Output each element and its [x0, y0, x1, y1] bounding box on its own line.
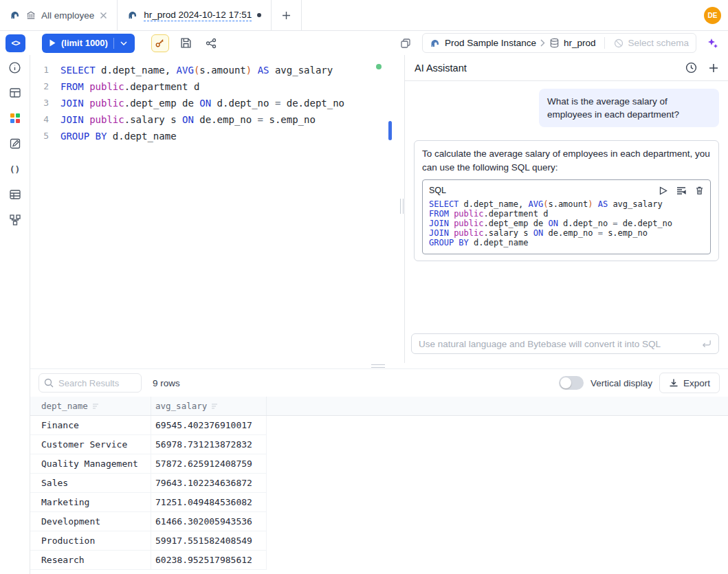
ai-chat-area: What is the average salary of employees …	[405, 81, 728, 363]
cell-avg-salary: 60238.952517985612	[151, 551, 267, 569]
unsaved-indicator	[257, 13, 261, 17]
results-rows: Finance69545.402376910017Customer Servic…	[30, 416, 728, 570]
history-clock-icon[interactable]	[685, 62, 697, 74]
insert-code-icon[interactable]	[676, 186, 686, 195]
column-header-avg-salary[interactable]: avg_salary	[151, 397, 267, 415]
download-icon	[669, 378, 679, 388]
database-name: hr_prod	[564, 38, 596, 48]
cell-dept-name: Quality Management	[30, 454, 151, 473]
vertical-splitter[interactable]	[399, 55, 404, 363]
table-row[interactable]: Marketing71251.049484536082	[30, 493, 267, 512]
line-number: 2	[30, 78, 60, 95]
ai-prompt-input[interactable]	[419, 339, 701, 349]
connection-selector[interactable]: Prod Sample Instance hr_prod Select sche…	[422, 33, 696, 53]
cell-avg-salary: 56978.731213872832	[151, 435, 267, 454]
tab-bar: All employee hr_prod 2024-10-12 17:51 DE	[0, 0, 728, 31]
search-results-input[interactable]	[38, 373, 142, 393]
table-row[interactable]: Production59917.551582408549	[30, 531, 267, 551]
ai-assistant-title: AI Assistant	[415, 63, 467, 74]
code-line: 1SELECT d.dept_name, AVG(s.amount) AS av…	[30, 62, 399, 78]
cell-dept-name: Research	[30, 551, 151, 569]
table-row[interactable]: Quality Management57872.625912408759	[30, 454, 267, 474]
cell-avg-salary: 79643.102234636872	[151, 474, 267, 492]
editor-lines: 1SELECT d.dept_name, AVG(s.amount) AS av…	[30, 62, 399, 144]
connection-toolbar: Prod Sample Instance hr_prod Select sche…	[397, 33, 728, 53]
select-schema-placeholder[interactable]: Select schema	[628, 38, 689, 48]
cell-avg-salary: 69545.402376910017	[151, 416, 267, 434]
table-row[interactable]: Research60238.952517985612	[30, 551, 267, 570]
tab-all-employee[interactable]: All employee	[0, 0, 118, 30]
divider	[604, 37, 605, 49]
table-detail-icon[interactable]	[8, 188, 23, 201]
instance-name: Prod Sample Instance	[445, 38, 536, 48]
postgres-icon	[10, 10, 21, 21]
admin-mode-button[interactable]	[151, 34, 169, 52]
run-query-button[interactable]: (limit 1000)	[42, 34, 135, 53]
chevron-down-icon[interactable]	[113, 38, 127, 49]
cell-avg-salary: 59917.551582408549	[151, 531, 267, 550]
cell-dept-name: Sales	[30, 474, 151, 492]
vertical-display-toggle[interactable]	[559, 376, 584, 390]
sort-icon[interactable]	[211, 403, 219, 410]
table-row[interactable]: Finance69545.402376910017	[30, 416, 267, 435]
er-diagram-icon[interactable]	[8, 213, 23, 227]
sql-editor[interactable]: 1SELECT d.dept_name, AVG(s.amount) AS av…	[30, 55, 399, 363]
new-chat-plus-icon[interactable]	[709, 63, 718, 73]
ai-assistant-header: AI Assistant	[405, 55, 728, 81]
info-icon[interactable]	[8, 60, 23, 74]
delete-icon[interactable]	[695, 186, 704, 195]
sheet-edit-icon[interactable]	[8, 137, 23, 151]
cell-dept-name: Production	[30, 531, 151, 550]
run-code-icon[interactable]	[659, 186, 668, 195]
column-header-dept-name[interactable]: dept_name	[30, 397, 151, 415]
sort-icon[interactable]	[92, 403, 100, 410]
table-row[interactable]: Sales79643.102234636872	[30, 474, 267, 493]
code-panel-toggle-button[interactable]: <>	[5, 34, 25, 52]
ai-code-lines: SELECT d.dept_name, AVG(s.amount) AS avg…	[429, 199, 704, 247]
brackets-icon[interactable]: ()	[8, 162, 23, 176]
assistant-message-text: To calculate the average salary of emplo…	[422, 147, 711, 175]
left-sidebar: ()	[0, 55, 30, 574]
chevron-right-icon	[540, 39, 545, 47]
export-label: Export	[683, 378, 710, 388]
ai-code-line: FROM public.department d	[429, 209, 704, 219]
duplicate-connection-button[interactable]	[397, 34, 415, 52]
tab-label: hr_prod 2024-10-12 17:51	[144, 10, 252, 21]
table-row[interactable]: Development61466.302005943536	[30, 512, 267, 531]
export-button[interactable]: Export	[659, 373, 720, 393]
horizontal-splitter[interactable]	[30, 363, 728, 368]
tab-label: All employee	[41, 10, 94, 21]
postgres-icon	[430, 38, 441, 49]
ai-code-line: JOIN public.salary s ON de.emp_no = s.em…	[429, 228, 704, 238]
cell-avg-salary: 61466.302005943536	[151, 512, 267, 531]
line-number: 1	[30, 62, 60, 78]
ai-sparkle-button[interactable]	[704, 34, 722, 52]
editor-scrollbar[interactable]	[388, 121, 392, 140]
code-line: 5GROUP BY d.dept_name	[30, 128, 399, 144]
column-label: dept_name	[41, 401, 88, 411]
close-icon[interactable]	[100, 12, 107, 19]
avatar[interactable]: DE	[704, 7, 721, 24]
save-icon	[180, 37, 192, 49]
slash-circle-icon	[614, 38, 624, 48]
share-icon	[206, 38, 217, 49]
schema-diagram-icon[interactable]	[8, 111, 23, 125]
run-limit-label: (limit 1000)	[61, 38, 108, 48]
line-number: 4	[30, 111, 60, 128]
column-label: avg_salary	[155, 401, 207, 411]
new-tab-button[interactable]	[272, 0, 302, 30]
table-row[interactable]: Customer Service56978.731213872832	[30, 435, 267, 454]
share-button[interactable]	[202, 34, 220, 52]
tab-hr-prod[interactable]: hr_prod 2024-10-12 17:51	[118, 0, 272, 30]
results-panel: 9 rows Vertical display Export dept_name…	[30, 368, 728, 574]
save-button[interactable]	[177, 34, 195, 52]
cell-dept-name: Customer Service	[30, 435, 151, 454]
tables-icon[interactable]	[8, 86, 23, 100]
cell-dept-name: Development	[30, 512, 151, 531]
vertical-display-label: Vertical display	[591, 378, 652, 388]
toggle-knob	[560, 377, 571, 388]
ai-code-line: SELECT d.dept_name, AVG(s.amount) AS avg…	[429, 199, 704, 209]
postgres-icon	[127, 10, 138, 21]
ai-code-line: GROUP BY d.dept_name	[429, 238, 704, 247]
enter-key-icon	[701, 340, 712, 349]
